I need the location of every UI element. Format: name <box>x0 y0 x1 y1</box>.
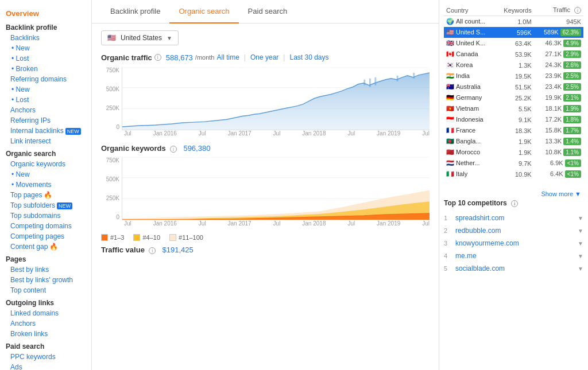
country-table-row[interactable]: 🇻🇳Vietnam5.5K18.1K 1.9% <box>444 103 583 114</box>
sidebar-organic-search[interactable]: Organic search <box>0 146 91 159</box>
svg-rect-4 <box>369 79 371 87</box>
legend-item-1[interactable]: #1–3 <box>101 234 124 241</box>
sidebar-top-subfolders[interactable]: Top subfoldersNEW <box>0 200 91 211</box>
sidebar-pages[interactable]: Pages <box>0 252 91 264</box>
country-table-row[interactable]: 🇺🇸United S...596K589K 62.3% <box>444 27 583 38</box>
col-country: Country <box>444 5 496 16</box>
competitor-dropdown-icon[interactable]: ▼ <box>578 240 583 247</box>
country-traffic: 24.3K 2.6% <box>534 60 583 71</box>
country-name: 🇩🇪Germany <box>444 92 496 103</box>
sidebar-outgoing-anchors[interactable]: Anchors <box>0 318 91 329</box>
country-table-row[interactable]: 🌍All count...1.0M945K <box>444 16 583 28</box>
sidebar-backlinks-broken[interactable]: Broken <box>0 64 91 74</box>
sidebar-referring-new[interactable]: New <box>0 84 91 95</box>
col-traffic: Traffic i <box>534 5 583 16</box>
sidebar-organic-keywords[interactable]: Organic keywords <box>0 159 91 169</box>
country-table-row[interactable]: 🇳🇱Nether...9.7K6.9K <1% <box>444 158 583 169</box>
sidebar-overview[interactable]: Overview <box>0 5 91 20</box>
legend-label-1: #1–3 <box>110 234 124 241</box>
tab-organic-search[interactable]: Organic search <box>169 0 238 24</box>
sidebar-top-content[interactable]: Top content <box>0 285 91 295</box>
sidebar-referring-lost[interactable]: Lost <box>0 95 91 105</box>
competitor-dropdown-icon[interactable]: ▼ <box>578 228 583 234</box>
country-table-row[interactable]: 🇬🇧United K...63.4K46.3K 4.9% <box>444 38 583 49</box>
sidebar-organic-kw-new[interactable]: New <box>0 169 91 180</box>
country-table-row[interactable]: 🇦🇺Australia51.5K23.4K 2.5% <box>444 81 583 92</box>
time-filter-all[interactable]: All time <box>215 52 242 63</box>
sidebar-competing-domains[interactable]: Competing domains <box>0 221 91 231</box>
sidebar-backlinks-lost[interactable]: Lost <box>0 53 91 64</box>
traffic-col-info-icon[interactable]: i <box>574 7 581 14</box>
sidebar-anchors[interactable]: Anchors <box>0 105 91 115</box>
competitor-item[interactable]: 2 redbubble.com ▼ <box>444 224 583 237</box>
country-select[interactable]: 🇺🇸 United States <box>101 30 179 45</box>
country-table-row[interactable]: 🇮🇳India19.5K23.9K 2.5% <box>444 71 583 81</box>
tab-backlink-profile[interactable]: Backlink profile <box>101 0 169 24</box>
sidebar-link-intersect[interactable]: Link intersect <box>0 136 91 146</box>
show-more-button[interactable]: Show more <box>444 189 583 199</box>
organic-traffic-info-icon[interactable]: i <box>154 54 161 61</box>
sidebar-content-gap[interactable]: Content gap🔥 <box>0 242 91 252</box>
country-name: 🇮🇳India <box>444 71 496 81</box>
legend-item-2[interactable]: #4–10 <box>133 234 160 241</box>
sidebar-best-by-links[interactable]: Best by links <box>0 264 91 275</box>
country-table-row[interactable]: 🇲🇦Morocco1.9K10.8K 1.1% <box>444 147 583 158</box>
legend-checkbox-2 <box>133 234 140 241</box>
time-filter-last-30[interactable]: Last 30 days <box>287 52 331 63</box>
legend-item-3[interactable]: #11–100 <box>169 234 203 241</box>
country-table-row[interactable]: 🇰🇷Korea1.3K24.3K 2.6% <box>444 60 583 71</box>
country-table-row[interactable]: 🇮🇩Indonesia9.1K17.2K 1.8% <box>444 114 583 125</box>
organic-traffic-label: Organic traffic <box>101 53 152 62</box>
sidebar-top-subdomains[interactable]: Top subdomains <box>0 211 91 221</box>
sidebar-internal-backlinks[interactable]: Internal backlinksNEW <box>0 126 91 136</box>
traffic-pct-badge: 1.4% <box>563 138 581 145</box>
country-keywords: 18.3K <box>496 125 533 136</box>
sidebar-backlink-profile[interactable]: Backlink profile <box>0 20 91 33</box>
sidebar-best-by-links-growth[interactable]: Best by links' growth <box>0 275 91 285</box>
sidebar-ads[interactable]: Ads <box>0 362 91 370</box>
competitor-num: 3 <box>444 240 455 247</box>
competitor-dropdown-icon[interactable]: ▼ <box>578 266 583 272</box>
time-filter-one-year[interactable]: One year <box>248 52 281 63</box>
country-table-row[interactable]: 🇫🇷France18.3K15.8K 1.7% <box>444 125 583 136</box>
sidebar-organic-kw-movements[interactable]: Movements <box>0 180 91 190</box>
organic-keywords-value: 596,380 <box>183 144 210 153</box>
sidebar-outgoing-links[interactable]: Outgoing links <box>0 295 91 308</box>
tab-paid-search[interactable]: Paid search <box>239 0 297 24</box>
legend-checkbox-1 <box>101 234 108 241</box>
sidebar-top-pages[interactable]: Top pages🔥 <box>0 190 91 200</box>
country-table-row[interactable]: 🇩🇪Germany25.2K19.9K 2.1% <box>444 92 583 103</box>
traffic-pct-badge: 1.7% <box>563 127 581 134</box>
competitor-item[interactable]: 1 spreadshirt.com ▼ <box>444 212 583 224</box>
sidebar-broken-links[interactable]: Broken links <box>0 329 91 339</box>
sidebar-competing-pages[interactable]: Competing pages <box>0 231 91 242</box>
competitor-item[interactable]: 3 knowyourmeme.com ▼ <box>444 237 583 250</box>
competitors-info-icon[interactable]: i <box>511 200 518 207</box>
country-table-row[interactable]: 🇮🇹Italy10.9K6.4K <1% <box>444 169 583 180</box>
country-table-row[interactable]: 🇧🇩Bangla...1.9K13.3K 1.4% <box>444 136 583 147</box>
country-table: Country Keywords Traffic i 🌍All count...… <box>444 5 583 180</box>
sidebar-paid-search[interactable]: Paid search <box>0 339 91 352</box>
competitor-dropdown-icon[interactable]: ▼ <box>578 215 583 221</box>
svg-rect-7 <box>413 73 415 79</box>
country-name: 🇲🇦Morocco <box>444 147 496 158</box>
traffic-value-info-icon[interactable]: i <box>149 247 156 254</box>
country-traffic: 18.1K 1.9% <box>534 103 583 114</box>
sidebar-referring-ips[interactable]: Referring IPs <box>0 115 91 126</box>
country-table-row[interactable]: 🇨🇦Canada53.9K27.1K 2.9% <box>444 49 583 60</box>
organic-keywords-info-icon[interactable]: i <box>170 146 177 153</box>
country-traffic: 19.9K 2.1% <box>534 92 583 103</box>
sidebar-ppc-keywords[interactable]: PPC keywords <box>0 352 91 362</box>
sidebar-backlinks-new[interactable]: New <box>0 43 91 53</box>
traffic-pct-badge: 2.9% <box>563 50 581 58</box>
sidebar-backlinks[interactable]: Backlinks <box>0 33 91 43</box>
sidebar-linked-domains[interactable]: Linked domains <box>0 308 91 318</box>
competitor-dropdown-icon[interactable]: ▼ <box>578 253 583 259</box>
competitor-item[interactable]: 5 socialblade.com ▼ <box>444 262 583 275</box>
competitor-item[interactable]: 4 me.me ▼ <box>444 250 583 262</box>
sidebar-referring-domains[interactable]: Referring domains <box>0 74 91 84</box>
traffic-pct-badge: 62.3% <box>560 29 581 36</box>
country-flag-icon: 🇺🇸 <box>107 34 116 42</box>
chart1-y-label-4: 0 <box>116 124 119 130</box>
country-name: 🇰🇷Korea <box>444 60 496 71</box>
